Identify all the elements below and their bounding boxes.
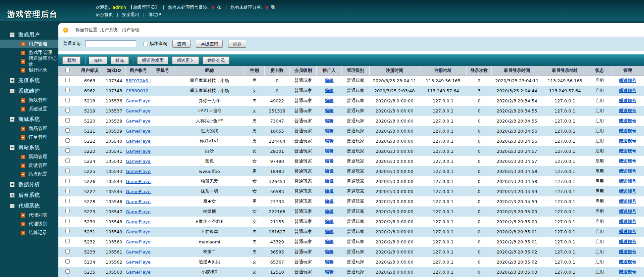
account-link[interactable]: GamePlayer — [126, 129, 151, 134]
collapse-icon[interactable]: − — [10, 204, 14, 208]
row-checkbox[interactable] — [65, 209, 70, 213]
row-checkbox[interactable] — [65, 169, 70, 173]
sidebar-item[interactable]: ➔商品管理 — [0, 124, 58, 133]
account-link[interactable]: GamePlayer — [126, 260, 151, 265]
gift-coins-button[interactable]: 赠送游戏币 — [137, 56, 168, 64]
row-checkbox[interactable] — [65, 98, 70, 102]
edit-link[interactable]: 编辑 — [325, 169, 333, 174]
edit-link[interactable]: 编辑 — [325, 209, 333, 214]
row-checkbox[interactable] — [65, 158, 70, 163]
row-checkbox[interactable] — [65, 138, 70, 143]
account-link[interactable]: GamePlayer — [126, 209, 151, 214]
add-button[interactable]: 新增 — [62, 56, 80, 64]
edit-link[interactable]: 编辑 — [325, 189, 333, 194]
account-link[interactable]: GamePlayer — [126, 179, 151, 184]
row-checkbox[interactable] — [65, 78, 70, 82]
search-input[interactable] — [85, 40, 136, 47]
gift-account-link[interactable]: 赠送靓号 — [619, 169, 636, 174]
account-link[interactable]: GamePlayer — [126, 98, 151, 103]
account-link[interactable]: GamePlayer — [126, 108, 151, 113]
edit-link[interactable]: 编辑 — [325, 199, 333, 204]
sidebar-group[interactable]: +数据分析 — [0, 179, 58, 189]
edit-link[interactable]: 编辑 — [325, 229, 333, 234]
sidebar-item[interactable]: ➔新闻管理 — [0, 152, 58, 161]
row-checkbox[interactable] — [65, 219, 70, 223]
edit-link[interactable]: 编辑 — [325, 219, 333, 224]
collapse-icon[interactable]: − — [10, 33, 14, 37]
edit-link[interactable]: 编辑 — [325, 108, 333, 113]
row-checkbox[interactable] — [65, 239, 70, 243]
sidebar-item[interactable]: ➔站点配置 — [0, 170, 58, 179]
sidebar-item[interactable]: ➔游戏管理 — [0, 96, 58, 105]
row-checkbox[interactable] — [65, 229, 70, 233]
edit-link[interactable]: 编辑 — [325, 138, 333, 143]
gift-account-link[interactable]: 赠送靓号 — [619, 269, 636, 274]
sidebar-group[interactable]: −代理系统 — [0, 201, 58, 211]
refresh-button[interactable]: 刷新 — [228, 40, 246, 48]
gift-account-link[interactable]: 赠送靓号 — [619, 249, 636, 254]
gift-account-link[interactable]: 赠送靓号 — [619, 209, 636, 214]
gift-account-link[interactable]: 赠送靓号 — [619, 229, 636, 234]
gift-member-button[interactable]: 赠送会员 — [203, 56, 229, 64]
logout-link[interactable]: 安全退出 — [122, 12, 140, 17]
query-button[interactable]: 查询 — [172, 40, 191, 48]
gift-account-link[interactable]: 赠送靓号 — [619, 78, 636, 83]
gift-account-link[interactable]: 赠送靓号 — [619, 189, 636, 194]
sidebar-group[interactable]: +后台系统 — [0, 190, 58, 200]
gift-account-link[interactable]: 赠送靓号 — [619, 219, 636, 224]
edit-link[interactable]: 编辑 — [325, 148, 333, 153]
account-link[interactable]: GamePlayer — [126, 239, 151, 244]
account-link[interactable]: GamePlayer — [126, 119, 151, 124]
collapse-icon[interactable]: − — [10, 117, 14, 122]
account-link[interactable]: GamePlayer — [126, 229, 151, 234]
sidebar-group[interactable]: −网站系统 — [0, 142, 58, 152]
row-checkbox[interactable] — [65, 189, 70, 193]
row-checkbox[interactable] — [65, 249, 70, 253]
account-link[interactable]: C838B012_0 — [126, 88, 151, 93]
account-link[interactable]: GamePlayer — [126, 270, 151, 275]
expand-icon[interactable]: + — [10, 193, 14, 197]
row-checkbox[interactable] — [65, 108, 70, 112]
row-checkbox[interactable] — [65, 148, 70, 153]
gift-account-link[interactable]: 赠送靓号 — [619, 239, 636, 244]
gift-account-link[interactable]: 赠送靓号 — [619, 158, 636, 164]
collapse-icon[interactable]: − — [10, 89, 14, 93]
edit-link[interactable]: 编辑 — [325, 128, 333, 133]
freeze-button[interactable]: 冻结 — [89, 56, 107, 64]
row-checkbox[interactable] — [65, 118, 70, 123]
edit-link[interactable]: 编辑 — [325, 118, 333, 123]
advanced-query-button[interactable]: 高级查询 — [196, 40, 223, 48]
edit-link[interactable]: 编辑 — [325, 158, 333, 164]
account-link[interactable]: GamePlayer — [126, 149, 151, 154]
gift-account-link[interactable]: 赠送靓号 — [619, 138, 636, 143]
collapse-icon[interactable]: − — [10, 145, 14, 150]
sidebar-group[interactable]: −游戏用户 — [0, 30, 58, 40]
gift-roomcard-button[interactable]: 赠送房卡 — [172, 56, 199, 64]
edit-link[interactable]: 编辑 — [325, 269, 333, 274]
account-link[interactable]: GamePlayer — [126, 159, 151, 164]
edit-link[interactable]: 编辑 — [325, 249, 333, 254]
expand-icon[interactable]: + — [10, 182, 14, 187]
row-checkbox[interactable] — [65, 179, 70, 183]
select-all-checkbox[interactable] — [65, 68, 70, 72]
account-link[interactable]: GamePlayer — [126, 249, 151, 255]
gift-account-link[interactable]: 赠送靓号 — [619, 118, 636, 123]
edit-link[interactable]: 编辑 — [325, 239, 333, 244]
account-link[interactable]: GamePlayer — [126, 189, 151, 194]
sidebar-item[interactable]: ➔系统设置 — [0, 105, 58, 113]
row-checkbox[interactable] — [65, 259, 70, 264]
fuzzy-checkbox[interactable] — [144, 42, 148, 46]
sidebar-group[interactable]: −系统维护 — [0, 86, 58, 96]
sidebar-item[interactable]: ➔赠送游戏币记录 — [0, 57, 58, 66]
account-link[interactable]: GamePlayer — [126, 199, 151, 204]
gift-account-link[interactable]: 赠送靓号 — [619, 199, 636, 204]
gift-account-link[interactable]: 赠送靓号 — [619, 98, 636, 103]
sidebar-item[interactable]: ➔订单管理 — [0, 133, 58, 142]
unfreeze-button[interactable]: 解冻 — [111, 56, 129, 64]
home-link[interactable]: 后台首页 — [96, 12, 113, 17]
gift-account-link[interactable]: 赠送靓号 — [619, 148, 636, 153]
gift-account-link[interactable]: 赠送靓号 — [619, 179, 636, 184]
account-link[interactable]: GamePlayer — [126, 219, 151, 224]
row-checkbox[interactable] — [65, 199, 70, 203]
edit-link[interactable]: 编辑 — [325, 78, 333, 83]
